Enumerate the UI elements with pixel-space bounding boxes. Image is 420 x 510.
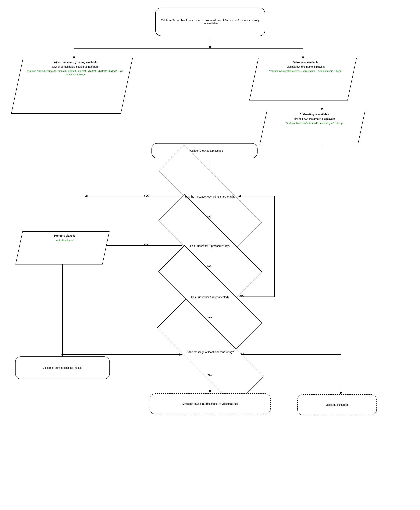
diamond1-yes-label: YES — [144, 194, 149, 197]
diamond4-text: Is the message at least 3 seconds long? — [187, 350, 234, 354]
diamond1-text: Has the message reached its max. length? — [185, 195, 235, 198]
finish-call-box: Voicemail service finishes the call — [15, 356, 110, 379]
diamond3-yes-label: YES — [207, 316, 212, 319]
diamond3-text: Has Subscriber 1 disconnected? — [191, 295, 229, 299]
diamond4-no-label: NO — [240, 352, 244, 355]
message-discarded-text: Message discarded — [325, 403, 348, 406]
prompts-title: Prompts played: — [25, 234, 104, 238]
message-saved-box: Message saved in Subscriber 2's voicemai… — [150, 394, 271, 414]
boxC-body: Mailbox owner's greeting is played: — [269, 117, 360, 121]
message-saved-text: Message saved in Subscriber 2's voicemai… — [182, 402, 238, 405]
message-discarded-box: Message discarded — [297, 394, 377, 415]
flowchart-diagram: Call from Subscriber 1 gets routed to vo… — [0, 0, 420, 510]
start-box: Call from Subscriber 1 gets routed to vo… — [155, 8, 265, 36]
diamond2-text: Has Subscriber 1 pressed '#' key? — [190, 244, 230, 247]
boxB-code: '/var/spool/asterisk/voicemail/.../greet… — [261, 70, 351, 73]
boxC-code: '/var/spool/asterisk/voicemail/.../unava… — [269, 122, 360, 125]
start-text: Call from Subscriber 1 gets routed to vo… — [159, 19, 261, 25]
diamond3-container: Has Subscriber 1 disconnected? — [155, 279, 265, 316]
boxA-title: A) No name and greeting available — [25, 61, 126, 64]
leaves-message-box: Subscriber 1 leaves a message — [151, 143, 257, 158]
diamond2-yes-label: YES — [144, 243, 149, 246]
boxB-body: Mailbox owner's name is played: — [261, 65, 351, 69]
boxC-title: C) Greeting is available — [269, 113, 360, 116]
prompts-code: 'auth-thankyou' — [25, 239, 104, 242]
diamond3-no-label: NO — [240, 295, 244, 298]
diamond4-yes-label: YES — [207, 373, 212, 376]
boxA-body: Owner of mailbox is played as numbers: — [25, 65, 126, 69]
boxA-code: 'digits/4', 'digits/3', 'digits/9', 'dig… — [25, 70, 126, 76]
diamond4-container: Is the message at least 3 seconds long? — [155, 332, 265, 372]
finish-call-text: Voicemail service finishes the call — [43, 366, 82, 369]
boxB-title: B) Name is available — [261, 61, 351, 64]
diamond2-no-label: NO — [207, 265, 211, 268]
